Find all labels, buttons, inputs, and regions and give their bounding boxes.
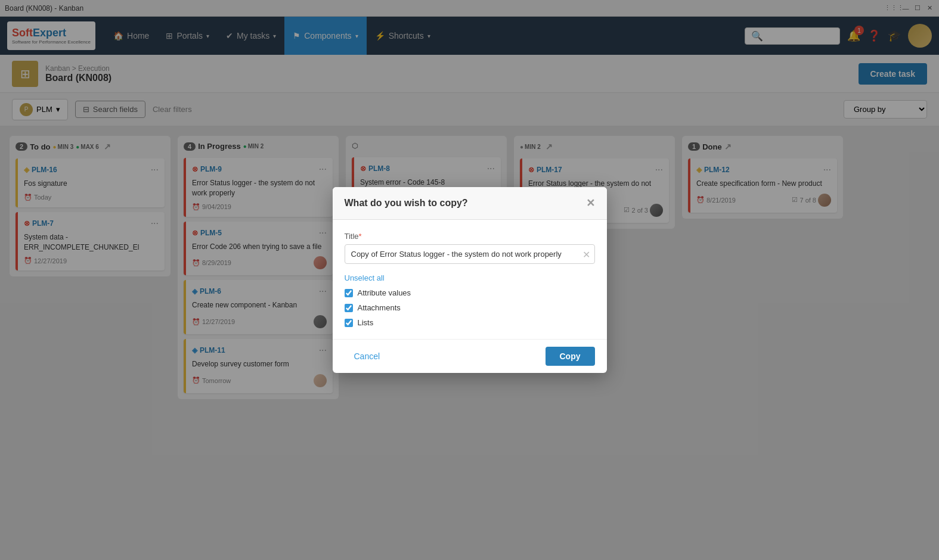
modal-body: Title* ✕ Unselect all Attribute values A… xyxy=(333,220,607,339)
checkbox-attr-label: Attribute values xyxy=(358,288,411,297)
checkbox-lists[interactable]: Lists xyxy=(345,318,595,327)
title-input-wrap: ✕ xyxy=(345,244,595,264)
copy-options: Attribute values Attachments Lists xyxy=(345,288,595,327)
modal-header: What do you wish to copy? ✕ xyxy=(333,187,607,220)
title-field-label: Title* xyxy=(345,232,595,241)
checkbox-attribute-values[interactable]: Attribute values xyxy=(345,288,595,297)
title-clear-icon[interactable]: ✕ xyxy=(582,248,590,260)
checkbox-attr-input[interactable] xyxy=(345,289,353,297)
modal-title: What do you wish to copy? xyxy=(345,198,468,209)
checkbox-attach-input[interactable] xyxy=(345,304,353,312)
checkbox-lists-input[interactable] xyxy=(345,319,353,327)
title-input[interactable] xyxy=(345,244,595,264)
checkbox-lists-label: Lists xyxy=(358,318,374,327)
copy-button[interactable]: Copy xyxy=(546,347,595,366)
checkbox-attachments[interactable]: Attachments xyxy=(345,303,595,312)
copy-modal: What do you wish to copy? ✕ Title* ✕ Uns… xyxy=(333,187,607,373)
checkbox-attach-label: Attachments xyxy=(358,303,401,312)
modal-footer: Cancel Copy xyxy=(333,339,607,373)
unselect-all-button[interactable]: Unselect all xyxy=(345,273,595,282)
cancel-button[interactable]: Cancel xyxy=(345,347,390,366)
modal-backdrop[interactable]: What do you wish to copy? ✕ Title* ✕ Uns… xyxy=(0,0,939,560)
modal-close-button[interactable]: ✕ xyxy=(586,197,595,210)
